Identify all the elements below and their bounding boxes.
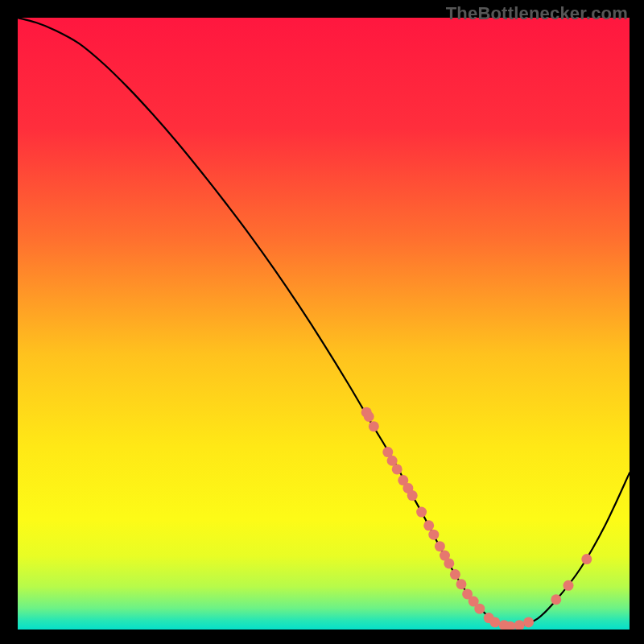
- data-marker: [416, 507, 427, 518]
- data-marker: [523, 617, 534, 627]
- data-marker: [369, 421, 379, 431]
- data-marker: [435, 541, 445, 551]
- data-marker: [364, 411, 374, 422]
- data-marker: [450, 569, 460, 580]
- data-marker: [444, 558, 454, 568]
- data-marker: [423, 520, 434, 530]
- data-marker: [564, 580, 574, 591]
- data-marker: [407, 490, 418, 501]
- data-marker: [392, 464, 402, 474]
- data-marker: [428, 530, 439, 540]
- data-marker: [456, 579, 467, 589]
- attribution-text: TheBottlenecker.com: [446, 3, 628, 24]
- data-marker: [489, 617, 500, 627]
- gradient-background: [18, 18, 630, 630]
- data-marker: [581, 554, 592, 564]
- data-marker: [474, 604, 485, 614]
- bottleneck-chart: [18, 18, 630, 630]
- data-marker: [551, 594, 561, 605]
